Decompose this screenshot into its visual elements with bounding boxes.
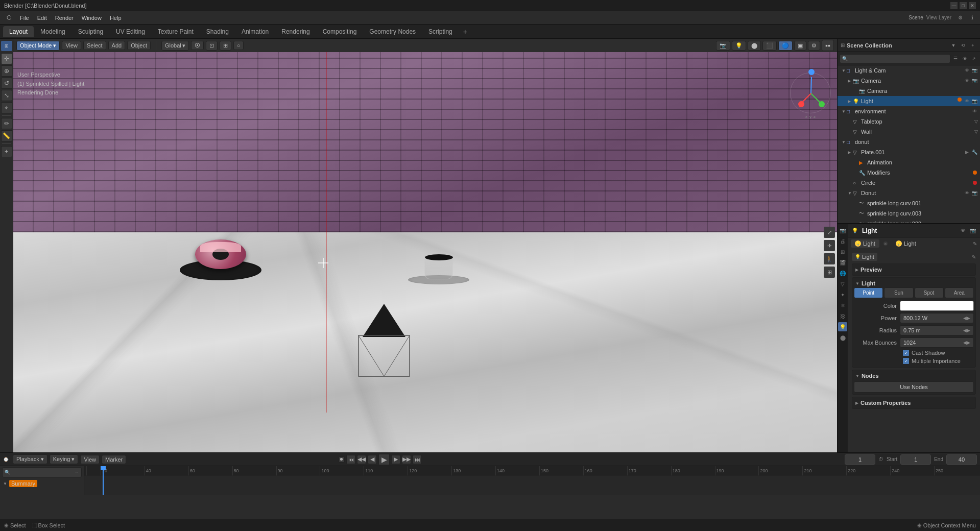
tool-move[interactable]: ⊕ <box>1 65 12 77</box>
tree-item-modifiers[interactable]: 🔧 Modifiers <box>838 167 980 178</box>
prev-frame-button[interactable]: ◀ <box>368 455 377 464</box>
tab-compositing[interactable]: Compositing <box>317 26 363 37</box>
outliner-filter-icon[interactable]: ▼ <box>949 41 958 50</box>
tab-texture-paint[interactable]: Texture Paint <box>152 26 200 37</box>
tree-item-wall[interactable]: ▽ Wall ▽ <box>838 127 980 137</box>
outliner-sync-icon[interactable]: ⟲ <box>959 41 967 50</box>
tab-animation[interactable]: Animation <box>235 26 275 37</box>
tool-rotate[interactable]: ↺ <box>1 78 12 89</box>
anim-icon[interactable]: ▶ <box>963 149 970 156</box>
tool-cursor[interactable]: ✛ <box>1 53 12 64</box>
viewport-options2[interactable]: ⚙ <box>808 41 820 51</box>
ren-icon[interactable]: 📷 <box>971 189 978 197</box>
prop-view-layer-icon[interactable]: ⊞ <box>838 247 847 256</box>
viewport-shading-rendered[interactable]: 🔵 <box>778 41 793 51</box>
next-keyframe-button[interactable]: ▶▶ <box>402 455 411 464</box>
tree-item-donut-obj[interactable]: ▼ ▽ Donut 👁 📷 <box>838 188 980 198</box>
tool-transform[interactable]: ⌖ <box>1 102 12 113</box>
minimize-button[interactable]: — <box>950 2 958 9</box>
overlay-toggle[interactable]: ⦿ <box>191 41 204 50</box>
light-type-area[interactable]: Area <box>945 287 974 298</box>
visibility-icon[interactable]: 👁 <box>963 98 970 105</box>
tree-item-sprinkle3[interactable]: 〜 sprinkle long curv.009 <box>838 219 980 224</box>
visibility-icon[interactable]: 👁 <box>963 77 970 84</box>
tab-rendering[interactable]: Rendering <box>275 26 316 37</box>
prop-physics-icon[interactable]: ⚛ <box>838 301 847 310</box>
marker-menu[interactable]: Marker <box>102 455 126 464</box>
outliner-new-icon[interactable]: + <box>969 41 977 50</box>
visibility-icon[interactable]: 👁 <box>963 67 970 74</box>
tab-sculpting[interactable]: Sculpting <box>72 26 109 37</box>
grid-icon[interactable]: ⊞ <box>824 267 835 278</box>
power-value[interactable]: 800.12 W ◀▶ <box>900 313 974 323</box>
tool-measure[interactable]: 📏 <box>1 130 12 141</box>
render-icon[interactable]: 📷 <box>971 77 978 84</box>
add-workspace-button[interactable]: + <box>459 27 471 37</box>
color-value[interactable] <box>900 301 974 311</box>
viewport-shading[interactable]: Global▾ <box>161 41 189 51</box>
menu-render[interactable]: Render <box>52 14 77 22</box>
tree-item-sprinkle1[interactable]: 〜 sprinkle long curv.001 <box>838 198 980 208</box>
viewport-shading2[interactable]: ⊡ <box>206 41 218 51</box>
viewport-cam[interactable]: 📷 <box>716 41 730 51</box>
nodes-header[interactable]: ▼ Nodes <box>854 372 974 380</box>
tool-add[interactable]: + <box>1 146 12 157</box>
prop-data-icon[interactable]: 💡 <box>838 322 847 331</box>
tree-item-plate001[interactable]: ▶ ▽ Plate.001 ▶ 🔧 <box>838 147 980 157</box>
tree-item-light[interactable]: ▶ 💡 Light 👁 📷 <box>838 96 980 106</box>
max-bounces-value[interactable]: 1024 ◀▶ <box>900 337 974 348</box>
maximize-button[interactable]: □ <box>960 2 967 9</box>
info-btn[interactable]: ℹ <box>968 14 977 21</box>
cast-shadow-checkbox[interactable]: ✓ <box>902 349 910 356</box>
light-chip-2[interactable]: 💡 Light <box>892 239 920 248</box>
mod-icon[interactable]: 🔧 <box>971 149 978 156</box>
tree-item-donut-coll[interactable]: ▼ □ donut <box>838 137 980 147</box>
select-menu[interactable]: Select <box>83 41 106 50</box>
tab-layout[interactable]: Layout <box>3 26 34 37</box>
prop-object-icon[interactable]: ▽ <box>838 279 847 288</box>
light-type-spot[interactable]: Spot <box>915 287 944 298</box>
viewport-options[interactable]: ○ <box>233 41 244 50</box>
jump-end-button[interactable]: ⏭ <box>413 455 422 464</box>
walk-mode-icon[interactable]: 🚶 <box>824 253 835 264</box>
light-visibility-icon[interactable]: 👁 <box>959 227 967 235</box>
outliner-search[interactable]: 🔍 <box>840 54 950 63</box>
tab-uv-editing[interactable]: UV Editing <box>110 26 151 37</box>
visibility-icon[interactable]: 👁 <box>971 108 978 115</box>
tree-item-camera-coll[interactable]: ▶ 📷 Camera 👁 📷 <box>838 76 980 86</box>
start-frame-input[interactable]: 1 <box>900 454 931 465</box>
options-btn[interactable]: ⚙ <box>954 14 966 21</box>
light-context-edit[interactable]: ✎ <box>972 254 976 260</box>
radius-value[interactable]: 0.75 m ◀▶ <box>900 325 974 335</box>
timeline-summary[interactable]: ▼ Summary <box>2 478 82 489</box>
mode-dropdown[interactable]: Object Mode ▾ <box>16 41 60 51</box>
menu-file[interactable]: File <box>16 14 33 22</box>
viewport-shading-solid[interactable]: ⬤ <box>748 41 761 51</box>
viewport-shading-material[interactable]: ⬛ <box>762 41 777 51</box>
prop-output-icon[interactable]: 🖨 <box>838 236 847 246</box>
prop-render-icon[interactable]: 📷 <box>838 226 847 235</box>
render-icon[interactable]: 📷 <box>971 67 978 74</box>
timeline-search[interactable]: 🔍 ↔ <box>2 467 82 477</box>
tree-item-environment[interactable]: ▼ □ environment 👁 <box>838 106 980 116</box>
select-icon[interactable]: ↗ <box>970 55 978 63</box>
use-nodes-button[interactable]: Use Nodes <box>854 381 974 393</box>
tree-item-tabletop[interactable]: ▽ Tabletop ▽ <box>838 116 980 127</box>
prop-constraints-icon[interactable]: ⛓ <box>838 311 847 321</box>
viewport-light[interactable]: 💡 <box>732 41 746 51</box>
viewport-options3[interactable]: ▪▪ <box>822 40 834 51</box>
navigation-gizmo[interactable]: x y z <box>790 73 831 113</box>
light-render-icon[interactable]: 📷 <box>969 227 977 235</box>
tree-item-lightcam[interactable]: ▼ □ Light & Cam 👁 📷 <box>838 65 980 76</box>
timeline-content[interactable] <box>84 475 980 495</box>
light-chip-1[interactable]: 💡 Light <box>851 239 879 248</box>
prev-keyframe-button[interactable]: ◀◀ <box>357 455 366 464</box>
object-menu[interactable]: Object <box>127 41 151 50</box>
view-menu[interactable]: View <box>62 41 81 50</box>
viewport[interactable]: Object Mode ▾ View Select Add Object Glo… <box>13 39 837 452</box>
light-type-point[interactable]: Point <box>854 287 883 298</box>
fly-mode-icon[interactable]: ✈ <box>824 240 835 251</box>
zoom-fit-icon[interactable]: ⤢ <box>824 227 835 238</box>
view-menu[interactable]: View <box>80 455 100 464</box>
light-edit-icon[interactable]: ✎ <box>973 241 977 247</box>
